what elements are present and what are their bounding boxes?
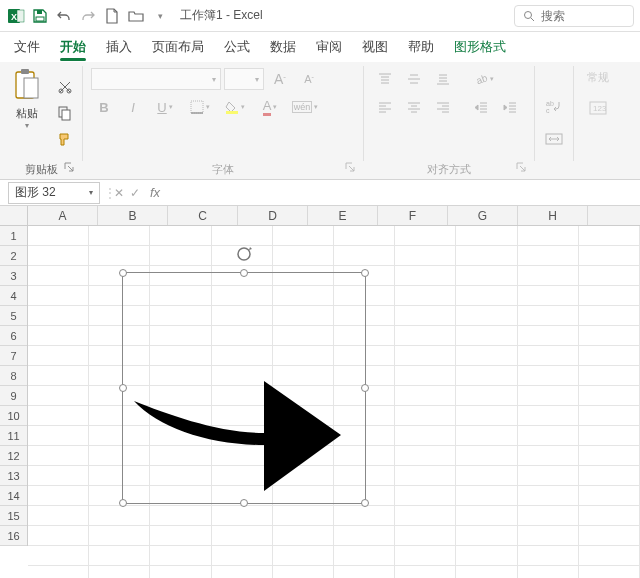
cell[interactable] — [579, 326, 640, 346]
cell[interactable] — [395, 226, 456, 246]
undo-icon[interactable] — [54, 6, 74, 26]
tab-insert[interactable]: 插入 — [106, 32, 132, 62]
row-header[interactable]: 11 — [0, 426, 27, 446]
arrow-shape[interactable] — [129, 333, 349, 493]
tab-data[interactable]: 数据 — [270, 32, 296, 62]
cell[interactable] — [518, 386, 579, 406]
cell[interactable] — [28, 426, 89, 446]
merge-center-icon[interactable] — [540, 128, 568, 150]
cell[interactable] — [89, 246, 150, 266]
cell[interactable] — [395, 386, 456, 406]
resize-handle-w[interactable] — [119, 384, 127, 392]
row-header[interactable]: 3 — [0, 266, 27, 286]
cell[interactable] — [273, 506, 334, 526]
cell[interactable] — [456, 326, 517, 346]
cell[interactable] — [28, 246, 89, 266]
cell[interactable] — [456, 266, 517, 286]
cell[interactable] — [456, 246, 517, 266]
select-all-corner[interactable] — [0, 206, 28, 226]
shape-selection[interactable] — [122, 272, 366, 504]
cell[interactable] — [395, 466, 456, 486]
row-header[interactable]: 5 — [0, 306, 27, 326]
cell[interactable] — [456, 406, 517, 426]
tab-formulas[interactable]: 公式 — [224, 32, 250, 62]
col-header[interactable]: G — [448, 206, 518, 225]
cell[interactable] — [28, 306, 89, 326]
italic-button[interactable]: I — [120, 96, 146, 118]
cell[interactable] — [395, 326, 456, 346]
cell[interactable] — [212, 526, 273, 546]
cell[interactable] — [518, 366, 579, 386]
cell[interactable] — [212, 546, 273, 566]
row-headers[interactable]: 12345678910111213141516 — [0, 226, 28, 546]
cell[interactable] — [395, 566, 456, 578]
cell[interactable] — [518, 406, 579, 426]
chevron-down-icon[interactable]: ▾ — [89, 188, 93, 197]
row-header[interactable]: 7 — [0, 346, 27, 366]
increase-indent-icon[interactable] — [497, 96, 523, 118]
underline-button[interactable]: U▾ — [149, 96, 181, 118]
cell[interactable] — [28, 266, 89, 286]
cell[interactable] — [89, 566, 150, 578]
cell[interactable] — [150, 546, 211, 566]
cell[interactable] — [456, 466, 517, 486]
cell[interactable] — [28, 226, 89, 246]
cell[interactable] — [334, 566, 395, 578]
cell[interactable] — [579, 446, 640, 466]
cell[interactable] — [579, 406, 640, 426]
paste-button[interactable]: 粘贴 ▾ — [4, 66, 50, 160]
tab-review[interactable]: 审阅 — [316, 32, 342, 62]
enter-formula-icon[interactable]: ✓ — [130, 186, 140, 200]
cells-area[interactable] — [28, 226, 640, 578]
cell[interactable] — [518, 226, 579, 246]
cell[interactable] — [518, 546, 579, 566]
resize-handle-n[interactable] — [240, 269, 248, 277]
row-header[interactable]: 13 — [0, 466, 27, 486]
align-right-icon[interactable] — [430, 96, 456, 118]
cell[interactable] — [395, 546, 456, 566]
cell[interactable] — [579, 246, 640, 266]
row-header[interactable]: 2 — [0, 246, 27, 266]
cell[interactable] — [28, 446, 89, 466]
col-header[interactable]: C — [168, 206, 238, 225]
cell[interactable] — [518, 486, 579, 506]
resize-handle-nw[interactable] — [119, 269, 127, 277]
border-button[interactable]: ▾ — [184, 96, 216, 118]
cell[interactable] — [518, 566, 579, 578]
tab-view[interactable]: 视图 — [362, 32, 388, 62]
cell[interactable] — [334, 526, 395, 546]
cell[interactable] — [395, 366, 456, 386]
decrease-font-icon[interactable]: Aˇ — [296, 68, 322, 90]
col-header[interactable]: F — [378, 206, 448, 225]
cell[interactable] — [518, 246, 579, 266]
fx-icon[interactable]: fx — [146, 185, 164, 200]
col-header[interactable]: D — [238, 206, 308, 225]
accounting-format-icon[interactable]: 123 — [585, 97, 611, 119]
font-size-combo[interactable]: ▾ — [224, 68, 264, 90]
cell[interactable] — [150, 526, 211, 546]
search-input[interactable] — [541, 9, 611, 23]
cell[interactable] — [456, 546, 517, 566]
cell[interactable] — [518, 526, 579, 546]
font-color-button[interactable]: A▾ — [254, 96, 286, 118]
align-middle-icon[interactable] — [401, 68, 427, 90]
resize-handle-e[interactable] — [361, 384, 369, 392]
clipboard-launcher-icon[interactable] — [64, 162, 76, 174]
rotate-handle-icon[interactable] — [235, 245, 253, 263]
row-header[interactable]: 14 — [0, 486, 27, 506]
column-headers[interactable]: ABCDEFGH — [28, 206, 640, 226]
col-header[interactable]: E — [308, 206, 378, 225]
cell[interactable] — [579, 226, 640, 246]
cell[interactable] — [28, 566, 89, 578]
cell[interactable] — [579, 386, 640, 406]
cell[interactable] — [273, 566, 334, 578]
cell[interactable] — [395, 506, 456, 526]
align-bottom-icon[interactable] — [430, 68, 456, 90]
cell[interactable] — [579, 346, 640, 366]
col-header[interactable]: B — [98, 206, 168, 225]
cell[interactable] — [456, 566, 517, 578]
tab-help[interactable]: 帮助 — [408, 32, 434, 62]
cell[interactable] — [456, 286, 517, 306]
worksheet-grid[interactable]: ABCDEFGH 12345678910111213141516 — [0, 206, 640, 578]
row-header[interactable]: 4 — [0, 286, 27, 306]
